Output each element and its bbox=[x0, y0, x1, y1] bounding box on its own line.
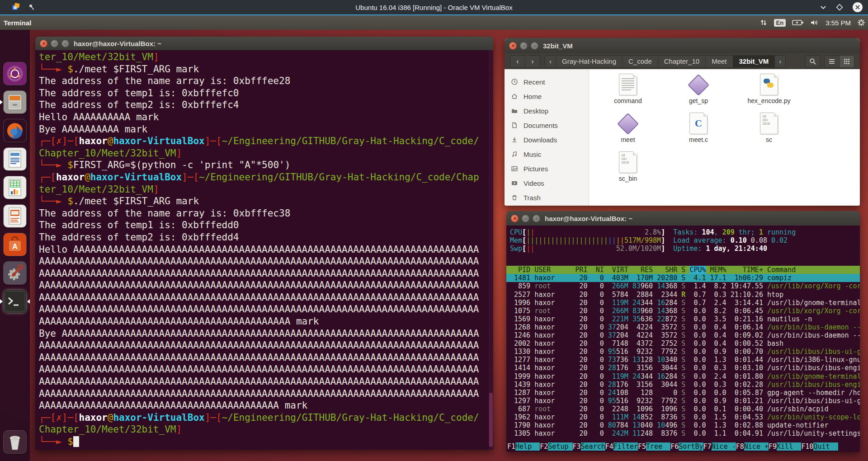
launcher-item-firefox[interactable] bbox=[3, 119, 27, 142]
clock[interactable]: 3:55 PM bbox=[826, 19, 851, 27]
forward-button[interactable]: › bbox=[525, 55, 540, 68]
launcher-item-ubuntu-software[interactable]: A bbox=[3, 233, 27, 256]
terminal-scrollbar[interactable] bbox=[489, 50, 493, 450]
file-meet[interactable]: meet bbox=[599, 111, 657, 143]
close-icon[interactable]: ✕ bbox=[509, 42, 517, 50]
sidebar-item-documents[interactable]: Documents bbox=[505, 118, 589, 132]
process-row[interactable]: 859 root 20 0 266M 83960 14368 S 1.4 8.2… bbox=[506, 282, 860, 290]
launcher-item-system-settings[interactable] bbox=[3, 261, 27, 285]
process-row[interactable]: 1439 haxor 20 0 28176 3156 3044 S 0.0 0.… bbox=[506, 381, 860, 389]
file-sc[interactable]: 101011010sc bbox=[740, 111, 798, 143]
sidebar-item-downloads[interactable]: Downloads bbox=[505, 132, 589, 147]
sidebar-item-music[interactable]: Music bbox=[505, 147, 589, 161]
vbox-titlebar[interactable]: Ubuntu 16.04 i386 [Running] - Oracle VM … bbox=[0, 0, 868, 14]
process-row[interactable]: 1268 haxor 20 0 37204 4224 3572 S 0.0 0.… bbox=[506, 323, 860, 331]
sidebar-item-desktop[interactable]: Desktop bbox=[505, 103, 589, 118]
breadcrumb-item-gray-hat-hacking[interactable]: Gray-Hat-Hacking bbox=[556, 55, 623, 68]
process-row[interactable]: 1999 haxor 20 0 119M 24344 16284 S 0.0 2… bbox=[506, 372, 860, 381]
maximize-icon[interactable]: ▫ bbox=[531, 42, 538, 50]
sidebar-item-pictures[interactable]: Pictures bbox=[505, 161, 589, 176]
downloads-icon bbox=[511, 136, 518, 143]
process-row[interactable]: 687 root 20 0 2248 1096 1096 S 0.0 0.1 0… bbox=[506, 405, 860, 413]
breadcrumb-next-chevron[interactable]: › bbox=[775, 55, 786, 68]
vbox-close-button[interactable] bbox=[852, 2, 863, 13]
terminal-line: AAAAAAAAAAAAAAAAAAAAAAAAAAAAAAAAAAAAAAAA… bbox=[39, 400, 491, 412]
htop-function-key-bar[interactable]: F1Help F2Setup F3SearchF4FilterF5Tree F6… bbox=[506, 442, 860, 451]
terminal-line: ┌─[✗]─[haxor@haxor-VirtualBox]─[~/Engine… bbox=[39, 135, 491, 147]
process-row[interactable]: 1414 haxor 20 0 28176 3156 3044 S 0.0 0.… bbox=[506, 364, 860, 372]
launcher-item-terminal[interactable] bbox=[3, 290, 27, 313]
sidebar-item-videos[interactable]: Videos bbox=[505, 176, 589, 190]
focused-indicator-arrow bbox=[27, 299, 30, 304]
process-row[interactable]: 1790 haxor 20 0 80784 13040 10496 S 0.0 … bbox=[506, 421, 860, 429]
libreoffice-writer-icon bbox=[3, 147, 27, 171]
vbox-minimize-button[interactable] bbox=[817, 2, 829, 13]
close-icon[interactable]: ✕ bbox=[511, 215, 519, 222]
input-switcher-icon[interactable] bbox=[760, 19, 768, 27]
minimize-icon[interactable]: − bbox=[520, 42, 528, 50]
vbox-maximize-button[interactable] bbox=[834, 2, 845, 13]
process-row[interactable]: 1297 haxor 20 0 95516 9232 7792 S 0.0 0.… bbox=[506, 397, 860, 405]
breadcrumb-item-chapter_10[interactable]: Chapter_10 bbox=[658, 55, 706, 68]
process-row[interactable]: 1246 haxor 20 0 37204 4224 3572 S 0.0 0.… bbox=[506, 331, 860, 339]
file-name: hex_encode.py bbox=[740, 97, 798, 104]
process-row[interactable]: 1481 haxor 20 0 403M 170M 20280 S 4.1 17… bbox=[506, 274, 860, 282]
file-get_sp[interactable]: get_sp bbox=[669, 72, 728, 104]
process-row[interactable]: 2002 haxor 20 0 7148 4372 2752 S 0.0 0.4… bbox=[506, 339, 860, 348]
breadcrumb-overflow-chevron[interactable]: ‹ bbox=[545, 55, 556, 68]
process-row[interactable]: 1330 haxor 20 0 95516 9232 7792 S 0.0 0.… bbox=[506, 348, 860, 356]
list-view-button[interactable] bbox=[824, 55, 840, 68]
launcher-item-trash[interactable] bbox=[3, 430, 27, 454]
grid-view-button[interactable] bbox=[840, 55, 854, 68]
terminal-output[interactable]: ter_10/Meet/32bit_VM]└──► $./meet $FIRST… bbox=[35, 50, 493, 450]
back-button[interactable]: ‹ bbox=[510, 55, 525, 68]
sidebar-item-trash[interactable]: Trash bbox=[505, 190, 589, 205]
process-row[interactable]: 2527 haxor 20 0 5784 2884 2344 R 0.7 0.3… bbox=[506, 291, 860, 299]
terminal-line: └──► $./meet $FIRST_ARG mark bbox=[39, 195, 491, 207]
terminal-line: AAAAAAAAAAAAAAAAAAAAAAAAAAAAAAAAAAAAAAAA… bbox=[39, 303, 491, 315]
files-icon bbox=[3, 90, 27, 114]
sidebar-item-recent[interactable]: Recent bbox=[505, 75, 589, 89]
process-row[interactable]: 1305 haxor 20 0 242M 11248 8376 S 0.0 1.… bbox=[506, 429, 860, 437]
process-table: 1481 haxor 20 0 403M 170M 20280 S 4.1 17… bbox=[510, 274, 860, 437]
keyboard-layout-badge[interactable]: En bbox=[774, 19, 786, 27]
volume-icon[interactable] bbox=[810, 19, 819, 26]
breadcrumb-item-meet[interactable]: Meet bbox=[706, 55, 733, 68]
ubuntu-top-panel: Terminal En 3:55 PM bbox=[0, 15, 868, 30]
file-hex_encode.py[interactable]: hex_encode.py bbox=[740, 72, 798, 104]
minimize-icon[interactable]: − bbox=[522, 215, 529, 222]
breadcrumb-item-32bit_vm[interactable]: 32bit_VM bbox=[733, 55, 775, 68]
search-button[interactable] bbox=[805, 55, 821, 68]
session-gear-icon[interactable] bbox=[857, 19, 865, 27]
battery-icon[interactable] bbox=[792, 19, 804, 26]
process-row[interactable]: 1962 haxor 20 0 111M 14852 8736 S 0.0 1.… bbox=[506, 413, 860, 421]
file-command[interactable]: command bbox=[599, 72, 657, 104]
launcher-item-libreoffice-writer[interactable] bbox=[3, 147, 27, 171]
terminal-line: Hello AAAAAAAAAAAAAAAAAAAAAAAAAAAAAAAAAA… bbox=[39, 244, 491, 256]
maximize-icon[interactable]: ▫ bbox=[61, 40, 69, 47]
terminal-titlebar[interactable]: ✕ − ▫ haxor@haxor-VirtualBox: ~ bbox=[35, 37, 493, 51]
file-manager-titlebar[interactable]: ✕ − ▫ 32bit_VM bbox=[505, 38, 860, 54]
breadcrumb-item-c_code[interactable]: C_code bbox=[623, 55, 658, 68]
maximize-icon[interactable]: ▫ bbox=[533, 215, 540, 222]
launcher-item-libreoffice-calc[interactable] bbox=[3, 176, 27, 199]
close-icon[interactable]: ✕ bbox=[40, 40, 47, 47]
process-table-header[interactable]: PID USER PRI NI VIRT RES SHR S CPU% MEM%… bbox=[506, 266, 860, 274]
libreoffice-impress-icon bbox=[3, 204, 27, 228]
process-row[interactable]: 1996 haxor 20 0 119M 24344 16284 S 0.7 2… bbox=[506, 299, 860, 307]
launcher-item-ubuntu-dash[interactable] bbox=[3, 62, 27, 85]
scrollbar-thumb[interactable] bbox=[489, 393, 493, 447]
process-row[interactable]: 1569 haxor 20 0 221M 35636 22872 S 0.0 3… bbox=[506, 315, 860, 323]
launcher-item-files[interactable] bbox=[3, 90, 27, 114]
process-row[interactable]: 1277 haxor 20 0 73736 13128 10340 S 0.0 … bbox=[506, 356, 860, 364]
launcher-item-libreoffice-impress[interactable] bbox=[3, 204, 27, 228]
process-row[interactable]: 1075 root 20 0 266M 83960 14368 S 0.0 8.… bbox=[506, 307, 860, 315]
htop-titlebar[interactable]: ✕ − ▫ haxor@haxor-VirtualBox: ~ bbox=[506, 211, 860, 226]
minimize-icon[interactable]: − bbox=[51, 40, 58, 47]
file-meet.c[interactable]: Cmeet.c bbox=[669, 111, 728, 143]
file-sc_bin[interactable]: 101011010sc_bin bbox=[599, 150, 657, 182]
firefox-icon bbox=[3, 119, 27, 142]
process-row[interactable]: 1287 haxor 20 0 24108 128 0 S 0.0 0.0 0:… bbox=[506, 389, 860, 397]
terminal-line: AAAAAAAAAAAAAAAAAAAAAAAAAAAAAAAAAAAAAAAA… bbox=[39, 388, 491, 400]
sidebar-item-home[interactable]: Home bbox=[505, 89, 589, 103]
